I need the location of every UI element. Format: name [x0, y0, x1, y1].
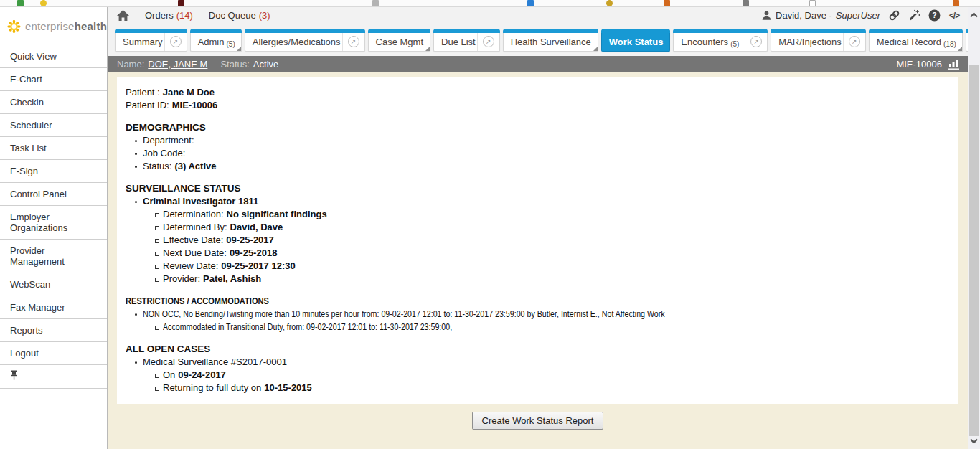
sidebar-item-quick-view[interactable]: Quick View: [0, 45, 107, 68]
patient-banner: Name: DOE, JANE M Status: Active MIE-100…: [108, 56, 968, 72]
sidebar-item-scheduler[interactable]: Scheduler: [0, 114, 107, 137]
tab-summary-popout[interactable]: ↗: [164, 29, 187, 51]
current-user[interactable]: David, Dave - SuperUser: [761, 10, 880, 21]
nav-orders[interactable]: Orders(14): [145, 10, 193, 21]
demographics-job-code: Job Code:: [126, 147, 951, 160]
section-title-demographics: DEMOGRAPHICS: [126, 121, 951, 134]
tab-mar-popout[interactable]: ↗: [843, 29, 865, 51]
tab-mar-injections[interactable]: MAR/Injections ↗: [771, 29, 865, 52]
sidebar-item-task-list[interactable]: Task List: [0, 137, 107, 160]
sidebar-nav: Quick View E-Chart Checkin Scheduler Tas…: [0, 45, 108, 449]
sidebar-item-checkin[interactable]: Checkin: [0, 91, 107, 114]
create-work-status-report-button[interactable]: Create Work Status Report: [472, 412, 604, 430]
patient-name-label: Name:: [117, 59, 144, 70]
patient-id-line: Patient ID:MIE-10006: [126, 99, 951, 112]
app-logo[interactable]: enterprisehealth: [0, 7, 108, 45]
open-case-return-date: Returning to full duty on10-15-2015: [126, 382, 951, 394]
sidebar-item-reports[interactable]: Reports: [0, 319, 107, 342]
tab-summary[interactable]: Summary ↗: [115, 29, 187, 52]
user-icon: [761, 10, 772, 21]
actions-row: Create Work Status Report: [108, 412, 968, 430]
surveillance-next-due-date: Next Due Date:09-25-2018: [126, 247, 951, 260]
wand-button[interactable]: [908, 9, 920, 22]
help-icon: ?: [928, 9, 941, 22]
section-title-surveillance-status: SURVEILLANCE STATUS: [126, 182, 951, 195]
demographics-status: Status:(3) Active: [126, 160, 951, 173]
user-name: David, Dave -: [776, 10, 832, 21]
help-button[interactable]: ?: [928, 9, 941, 22]
tab-work-status[interactable]: Work Status: [601, 29, 671, 52]
sidebar-item-e-chart[interactable]: E-Chart: [0, 68, 107, 91]
patient-chart-button[interactable]: [948, 59, 961, 70]
nav-doc-queue[interactable]: Doc Queue(3): [209, 10, 270, 21]
scrollbar-thumb[interactable]: [969, 65, 979, 436]
section-title-open-cases: ALL OPEN CASES: [126, 343, 951, 356]
surveillance-determination: Determination:No significant findings: [126, 208, 951, 221]
app-window: enterprisehealth Orders(14) Doc Queue(3)…: [0, 0, 980, 449]
scroll-up-button[interactable]: [968, 9, 980, 22]
patient-name-link[interactable]: DOE, JANE M: [148, 59, 207, 70]
favicon: [178, 0, 184, 6]
bar-chart-icon: [948, 59, 961, 70]
scroll-down-button[interactable]: [968, 435, 980, 448]
sidebar-item-fax-manager[interactable]: Fax Manager: [0, 296, 107, 319]
wand-icon: [908, 9, 920, 22]
patient-id-value: MIE-10006: [172, 100, 218, 110]
svg-text:?: ?: [932, 11, 936, 19]
patient-status-label: Status:: [220, 59, 249, 70]
code-icon: </>: [949, 11, 959, 21]
favicon: [664, 0, 670, 6]
tab-medical-record[interactable]: Medical Record (18): [869, 29, 963, 52]
work-status-report-card: Patient :Jane M Doe Patient ID:MIE-10006…: [117, 77, 958, 404]
popout-icon: ↗: [170, 36, 182, 47]
header-bar: Orders(14) Doc Queue(3) David, Dave - Su…: [108, 7, 968, 24]
code-button[interactable]: </>: [948, 9, 961, 22]
tab-dropdown-indicator: [425, 47, 430, 51]
popout-icon: ↗: [348, 36, 359, 47]
restriction-item: NON OCC, No Bending/Twisting more than 1…: [126, 308, 951, 321]
favicon: [527, 0, 534, 6]
sidebar-item-provider-management[interactable]: Provider Management: [0, 240, 107, 273]
popout-icon: ↗: [849, 36, 860, 47]
tab-admin[interactable]: Admin (5): [190, 29, 242, 52]
demographics-department: Department:: [126, 134, 951, 147]
work-status-panel: Patient :Jane M Doe Patient ID:MIE-10006…: [108, 72, 968, 449]
doc-queue-count: (3): [259, 10, 270, 21]
sidebar-item-logout[interactable]: Logout: [0, 342, 107, 365]
tab-encounters-popout[interactable]: ↗: [745, 29, 767, 51]
open-case-item: Medical Surveillance #S2017-0001: [126, 356, 951, 369]
home-button[interactable]: [117, 10, 129, 21]
chevron-down-icon: [970, 438, 978, 444]
surveillance-review-date: Review Date:09-25-2017 12:30: [126, 260, 951, 273]
popout-icon: ↗: [483, 36, 494, 47]
sidebar-item-employer-organizations[interactable]: Employer Organizations: [0, 206, 107, 240]
tab-due-list-popout[interactable]: ↗: [477, 29, 499, 51]
tab-case-mgmt[interactable]: Case Mgmt: [368, 29, 430, 52]
tab-health-surveillance[interactable]: Health Surveillance: [503, 29, 598, 52]
patient-id-badge: MIE-10006: [896, 59, 942, 70]
sidebar-item-webscan[interactable]: WebScan: [0, 273, 107, 296]
browser-bookmarks-bar: [0, 0, 980, 7]
tab-allergies-popout[interactable]: ↗: [342, 29, 364, 51]
surveillance-effective-date: Effective Date:09-25-2017: [126, 234, 951, 247]
tab-allergies-medications[interactable]: Allergies/Medications ↗: [245, 29, 365, 52]
pin-icon: [10, 370, 18, 380]
favicon: [40, 0, 47, 6]
tab-dropdown-indicator: [593, 47, 598, 51]
section-title-restrictions: RESTRICTIONS / ACCOMMODATIONS: [126, 295, 951, 308]
open-case-on-date: On09-24-2017: [126, 369, 951, 382]
header-right: David, Dave - SuperUser: [761, 9, 968, 22]
tab-dropdown-indicator: [958, 47, 962, 51]
sidebar-pin-button[interactable]: [0, 365, 107, 389]
popout-icon: ↗: [750, 36, 762, 47]
tab-encounters[interactable]: Encounters (5) ↗: [673, 29, 768, 52]
sidebar-item-e-sign[interactable]: E-Sign: [0, 160, 107, 183]
tab-due-list[interactable]: Due List ↗: [433, 29, 500, 52]
patient-name-value: Jane M Doe: [163, 87, 215, 98]
favicon: [372, 0, 379, 6]
home-icon: [117, 10, 129, 21]
link-button[interactable]: [887, 9, 900, 22]
vertical-scrollbar[interactable]: [968, 7, 980, 449]
tab-dropdown-indicator: [237, 47, 241, 51]
sidebar-item-control-panel[interactable]: Control Panel: [0, 183, 107, 206]
